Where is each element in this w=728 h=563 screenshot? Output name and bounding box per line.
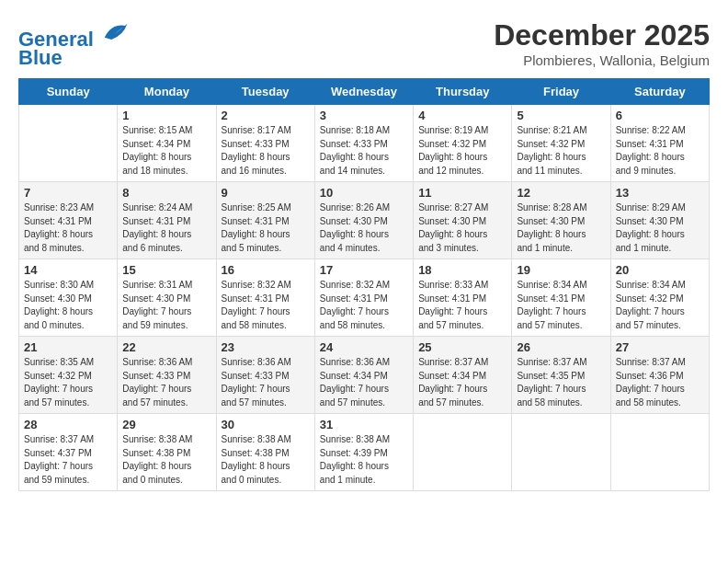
calendar-cell [512,414,610,491]
day-info: Sunrise: 8:32 AMSunset: 4:31 PMDaylight:… [320,279,408,332]
day-info: Sunrise: 8:22 AMSunset: 4:31 PMDaylight:… [616,124,704,178]
calendar-day-header: Saturday [610,79,709,105]
day-number: 22 [122,340,210,354]
calendar-cell: 15Sunrise: 8:31 AMSunset: 4:30 PMDayligh… [118,259,216,337]
calendar-cell: 25Sunrise: 8:37 AMSunset: 4:34 PMDayligh… [414,337,512,414]
calendar-week-row: 14Sunrise: 8:30 AMSunset: 4:30 PMDayligh… [19,259,710,337]
day-number: 4 [418,109,506,122]
calendar-day-header: Thursday [414,79,512,105]
day-info: Sunrise: 8:33 AMSunset: 4:31 PMDaylight:… [418,279,506,332]
day-number: 12 [517,186,605,200]
calendar-cell: 28Sunrise: 8:37 AMSunset: 4:37 PMDayligh… [19,414,118,491]
calendar-body: 1Sunrise: 8:15 AMSunset: 4:34 PMDaylight… [19,105,710,491]
day-info: Sunrise: 8:32 AMSunset: 4:31 PMDaylight:… [222,279,310,332]
calendar-cell: 1Sunrise: 8:15 AMSunset: 4:34 PMDaylight… [118,105,216,182]
calendar-header-row: SundayMondayTuesdayWednesdayThursdayFrid… [19,79,710,105]
day-info: Sunrise: 8:37 AMSunset: 4:34 PMDaylight:… [418,356,506,409]
day-info: Sunrise: 8:36 AMSunset: 4:34 PMDaylight:… [320,356,408,409]
day-number: 10 [320,186,408,200]
day-info: Sunrise: 8:30 AMSunset: 4:30 PMDaylight:… [24,279,112,332]
calendar-cell [414,414,512,491]
day-info: Sunrise: 8:37 AMSunset: 4:35 PMDaylight:… [517,356,605,409]
day-number: 26 [517,340,605,354]
day-info: Sunrise: 8:18 AMSunset: 4:33 PMDaylight:… [320,124,408,178]
calendar-cell: 12Sunrise: 8:28 AMSunset: 4:30 PMDayligh… [512,182,610,259]
calendar-cell: 6Sunrise: 8:22 AMSunset: 4:31 PMDaylight… [610,105,709,182]
day-info: Sunrise: 8:37 AMSunset: 4:36 PMDaylight:… [616,356,704,409]
calendar-cell: 27Sunrise: 8:37 AMSunset: 4:36 PMDayligh… [610,337,709,414]
calendar-cell: 9Sunrise: 8:25 AMSunset: 4:31 PMDaylight… [216,182,314,259]
day-info: Sunrise: 8:35 AMSunset: 4:32 PMDaylight:… [24,356,112,409]
day-info: Sunrise: 8:29 AMSunset: 4:30 PMDaylight:… [616,201,704,255]
calendar-cell: 26Sunrise: 8:37 AMSunset: 4:35 PMDayligh… [512,337,610,414]
day-info: Sunrise: 8:26 AMSunset: 4:30 PMDaylight:… [320,201,408,255]
calendar-cell: 13Sunrise: 8:29 AMSunset: 4:30 PMDayligh… [610,182,709,259]
calendar-cell: 19Sunrise: 8:34 AMSunset: 4:31 PMDayligh… [512,259,610,337]
calendar-cell: 10Sunrise: 8:26 AMSunset: 4:30 PMDayligh… [314,182,413,259]
day-number: 9 [222,186,310,200]
day-number: 31 [320,418,408,431]
location-subtitle: Plombieres, Wallonia, Belgium [494,52,710,68]
day-info: Sunrise: 8:19 AMSunset: 4:32 PMDaylight:… [418,124,506,178]
day-info: Sunrise: 8:37 AMSunset: 4:37 PMDaylight:… [24,433,112,487]
day-info: Sunrise: 8:17 AMSunset: 4:33 PMDaylight:… [222,124,310,178]
calendar-cell: 22Sunrise: 8:36 AMSunset: 4:33 PMDayligh… [118,337,216,414]
day-number: 13 [616,186,704,200]
day-number: 16 [222,263,310,277]
calendar-cell: 30Sunrise: 8:38 AMSunset: 4:38 PMDayligh… [216,414,314,491]
calendar-day-header: Monday [118,79,216,105]
logo-bird-icon [101,18,129,46]
day-info: Sunrise: 8:24 AMSunset: 4:31 PMDaylight:… [122,201,210,255]
calendar-day-header: Sunday [19,79,118,105]
day-number: 3 [320,109,408,122]
day-info: Sunrise: 8:27 AMSunset: 4:30 PMDaylight:… [418,201,506,255]
logo: General Blue [18,18,129,69]
calendar-cell [610,414,709,491]
day-number: 14 [24,263,112,277]
calendar-cell: 3Sunrise: 8:18 AMSunset: 4:33 PMDaylight… [314,105,413,182]
calendar-cell: 5Sunrise: 8:21 AMSunset: 4:32 PMDaylight… [512,105,610,182]
day-number: 18 [418,263,506,277]
calendar-cell: 2Sunrise: 8:17 AMSunset: 4:33 PMDaylight… [216,105,314,182]
day-info: Sunrise: 8:38 AMSunset: 4:38 PMDaylight:… [122,433,210,487]
calendar-day-header: Tuesday [216,79,314,105]
calendar-cell: 7Sunrise: 8:23 AMSunset: 4:31 PMDaylight… [19,182,118,259]
day-info: Sunrise: 8:23 AMSunset: 4:31 PMDaylight:… [24,201,112,255]
day-number: 21 [24,340,112,354]
calendar-cell: 20Sunrise: 8:34 AMSunset: 4:32 PMDayligh… [610,259,709,337]
day-info: Sunrise: 8:34 AMSunset: 4:31 PMDaylight:… [517,279,605,332]
calendar-cell: 24Sunrise: 8:36 AMSunset: 4:34 PMDayligh… [314,337,413,414]
calendar-week-row: 28Sunrise: 8:37 AMSunset: 4:37 PMDayligh… [19,414,710,491]
day-number: 7 [24,186,112,200]
day-number: 19 [517,263,605,277]
calendar-cell: 23Sunrise: 8:36 AMSunset: 4:33 PMDayligh… [216,337,314,414]
day-info: Sunrise: 8:38 AMSunset: 4:38 PMDaylight:… [222,433,310,487]
day-number: 28 [24,418,112,431]
calendar-cell: 11Sunrise: 8:27 AMSunset: 4:30 PMDayligh… [414,182,512,259]
day-number: 8 [122,186,210,200]
page-header: General Blue December 2025 Plombieres, W… [18,18,710,69]
calendar-cell: 18Sunrise: 8:33 AMSunset: 4:31 PMDayligh… [414,259,512,337]
day-number: 1 [122,109,210,122]
day-number: 6 [616,109,704,122]
day-number: 30 [222,418,310,431]
day-info: Sunrise: 8:38 AMSunset: 4:39 PMDaylight:… [320,433,408,487]
day-number: 15 [122,263,210,277]
day-number: 2 [222,109,310,122]
calendar-cell: 29Sunrise: 8:38 AMSunset: 4:38 PMDayligh… [118,414,216,491]
calendar-week-row: 7Sunrise: 8:23 AMSunset: 4:31 PMDaylight… [19,182,710,259]
calendar-cell: 16Sunrise: 8:32 AMSunset: 4:31 PMDayligh… [216,259,314,337]
day-info: Sunrise: 8:28 AMSunset: 4:30 PMDaylight:… [517,201,605,255]
calendar-day-header: Wednesday [314,79,413,105]
calendar-table: SundayMondayTuesdayWednesdayThursdayFrid… [18,78,710,491]
day-info: Sunrise: 8:34 AMSunset: 4:32 PMDaylight:… [616,279,704,332]
month-title: December 2025 [494,18,710,52]
day-number: 5 [517,109,605,122]
calendar-cell: 17Sunrise: 8:32 AMSunset: 4:31 PMDayligh… [314,259,413,337]
day-number: 20 [616,263,704,277]
day-number: 29 [122,418,210,431]
calendar-cell: 31Sunrise: 8:38 AMSunset: 4:39 PMDayligh… [314,414,413,491]
calendar-cell: 14Sunrise: 8:30 AMSunset: 4:30 PMDayligh… [19,259,118,337]
day-number: 24 [320,340,408,354]
calendar-week-row: 1Sunrise: 8:15 AMSunset: 4:34 PMDaylight… [19,105,710,182]
